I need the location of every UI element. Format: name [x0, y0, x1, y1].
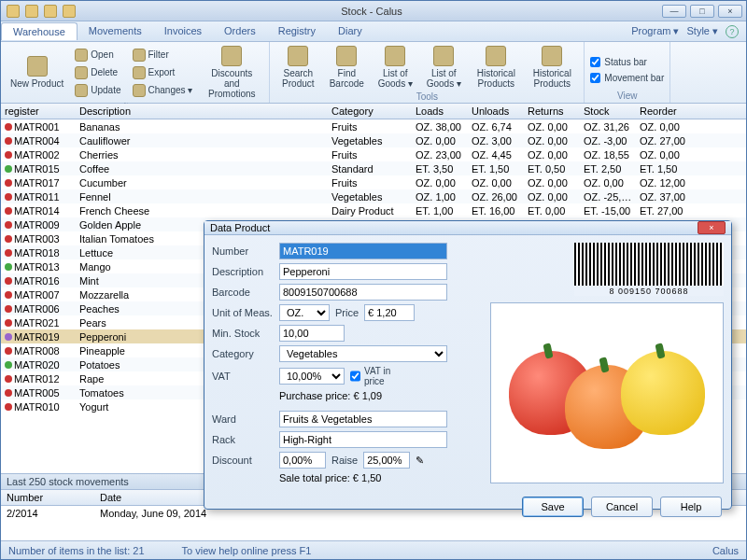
ribbon: New Product Open Delete Update Filter Ex… — [1, 42, 746, 104]
dialog-close-button[interactable]: × — [698, 221, 726, 234]
purchase-price-label: Purchase price: € 1,09 — [279, 390, 382, 401]
minimize-button[interactable]: — — [662, 5, 686, 18]
export-icon — [133, 66, 146, 79]
uom-select[interactable]: OZ. — [279, 304, 330, 321]
pepper-yellow — [621, 351, 705, 435]
menubar: Warehouse Movements Invoices Orders Regi… — [1, 21, 746, 42]
discounts-button[interactable]: Discounts and Promotions — [200, 44, 263, 101]
hist-products-button[interactable]: Historical Products — [470, 44, 522, 91]
product-form: Number Description Barcode Unit of Meas.… — [212, 243, 483, 483]
minstock-field[interactable] — [279, 325, 345, 342]
sale-price-label: Sale total price: € 1,50 — [279, 472, 381, 483]
barcode-display — [574, 243, 724, 286]
tab-registry[interactable]: Registry — [267, 22, 327, 40]
changes-icon — [133, 84, 146, 97]
col-unloads[interactable]: Unloads — [468, 104, 524, 119]
new-product-button[interactable]: New Product — [7, 54, 67, 91]
update-button[interactable]: Update — [71, 82, 124, 99]
export-button[interactable]: Export — [129, 64, 197, 81]
barcode-field[interactable] — [279, 284, 447, 301]
tab-warehouse[interactable]: Warehouse — [1, 22, 78, 40]
discount-field[interactable] — [279, 452, 326, 469]
search-icon — [288, 46, 308, 66]
vat-in-price-checkbox[interactable]: VAT in price — [350, 366, 412, 386]
col-category[interactable]: Category — [328, 104, 412, 119]
col-loads[interactable]: Loads — [412, 104, 468, 119]
update-icon — [75, 84, 88, 97]
quick-access-toolbar[interactable] — [1, 5, 81, 18]
col-returns[interactable]: Returns — [524, 104, 580, 119]
category-select[interactable]: Vegetables — [279, 345, 447, 362]
table-row[interactable]: MATR015CoffeeStandardET. 3,50ET. 1,50ET.… — [1, 161, 746, 175]
tab-diary[interactable]: Diary — [327, 22, 374, 40]
dialog-title: Data Product — [210, 222, 270, 233]
help-icon[interactable]: ? — [726, 25, 739, 38]
status-items: Number of items in the list: 21 — [8, 545, 145, 556]
window-title: Stock - Calus — [81, 6, 662, 17]
barcode-icon — [336, 46, 357, 66]
help-button[interactable]: Help — [660, 497, 722, 517]
rack-field[interactable] — [279, 431, 447, 448]
table-row[interactable]: MATR002CherriesFruitsOZ. 23,00OZ. 4,45OZ… — [1, 147, 746, 161]
titlebar: Stock - Calus — □ × — [1, 1, 746, 21]
col-stock[interactable]: Stock — [580, 104, 636, 119]
data-product-dialog: Data Product × Number Description Barcod… — [204, 220, 732, 510]
tab-invoices[interactable]: Invoices — [153, 22, 213, 40]
mov-col-number[interactable]: Number — [1, 490, 94, 505]
table-row[interactable]: MATR004CauliflowerVegetablesOZ. 0,00OZ. … — [1, 133, 746, 147]
delete-button[interactable]: Delete — [71, 64, 124, 81]
col-register[interactable]: register — [1, 104, 76, 119]
movementbar-checkbox[interactable]: Movement bar — [590, 73, 664, 83]
col-reorder[interactable]: Reorder — [636, 104, 692, 119]
ward-field[interactable] — [279, 411, 447, 427]
history-icon — [486, 46, 506, 66]
menu-style[interactable]: Style ▾ — [686, 25, 718, 37]
table-row[interactable]: MATR001BananasFruitsOZ. 38,00OZ. 6,74OZ.… — [1, 119, 746, 133]
save-button[interactable]: Save — [522, 497, 584, 517]
open-button[interactable]: Open — [71, 47, 124, 63]
search-product-button[interactable]: Search Product — [275, 44, 320, 91]
number-field[interactable] — [279, 243, 447, 259]
product-image — [490, 302, 724, 483]
filter-button[interactable]: Filter — [129, 47, 197, 63]
list-icon — [433, 46, 454, 66]
history-icon — [542, 46, 562, 66]
delete-icon — [75, 66, 88, 79]
table-row[interactable]: MATR011FennelVegetablesOZ. 1,00OZ. 26,00… — [1, 189, 746, 203]
mov-col-date[interactable]: Date — [94, 490, 127, 505]
group-tools-label: Tools — [275, 91, 578, 102]
col-description[interactable]: Description — [76, 104, 328, 119]
description-field[interactable] — [279, 263, 447, 280]
list-goods2-button[interactable]: List of Goods ▾ — [421, 44, 466, 91]
table-row[interactable]: MATR017CucumberFruitsOZ. 0,00OZ. 0,00OZ.… — [1, 175, 746, 189]
ribbon-tabs: Warehouse Movements Invoices Orders Regi… — [1, 22, 374, 40]
hist-products2-button[interactable]: Historical Products — [526, 44, 578, 91]
discounts-icon — [221, 46, 242, 66]
status-bar: Number of items in the list: 21 To view … — [1, 540, 746, 559]
list-icon — [385, 46, 405, 66]
tab-movements[interactable]: Movements — [78, 22, 153, 40]
status-help: To view help online press F1 — [182, 545, 312, 556]
table-row[interactable]: MATR014French CheeseDairy ProductET. 1,0… — [1, 203, 746, 217]
raise-field[interactable] — [363, 452, 410, 469]
find-barcode-button[interactable]: Find Barcode — [324, 44, 369, 91]
dialog-titlebar: Data Product × — [204, 221, 731, 235]
filter-icon — [133, 49, 146, 62]
statusbar-checkbox[interactable]: Status bar — [590, 57, 664, 67]
menu-program[interactable]: Program ▾ — [631, 25, 679, 37]
edit-icon[interactable]: ✎ — [416, 455, 424, 467]
new-product-icon — [27, 56, 48, 77]
price-field[interactable] — [364, 304, 415, 321]
group-view-label: View — [590, 90, 664, 101]
close-button[interactable]: × — [718, 5, 742, 18]
maximize-button[interactable]: □ — [690, 5, 714, 18]
changes-button[interactable]: Changes ▾ — [129, 82, 197, 99]
vat-select[interactable]: 10,00% — [279, 368, 345, 385]
open-icon — [75, 49, 88, 62]
tab-orders[interactable]: Orders — [213, 22, 267, 40]
list-goods-button[interactable]: List of Goods ▾ — [373, 44, 417, 91]
grid-header: register Description Category Loads Unlo… — [1, 104, 746, 119]
status-brand: Calus — [712, 545, 739, 556]
cancel-button[interactable]: Cancel — [591, 497, 653, 517]
